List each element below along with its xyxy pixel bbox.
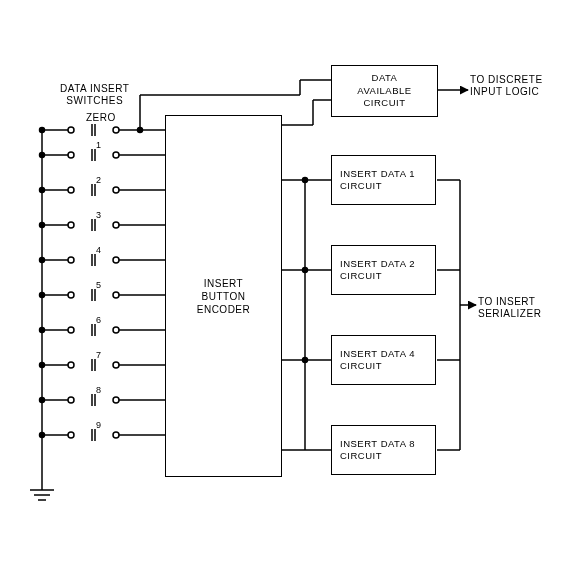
- svg-point-16: [68, 152, 74, 158]
- svg-point-40: [113, 257, 119, 263]
- svg-point-33: [113, 222, 119, 228]
- svg-point-7: [68, 127, 74, 133]
- svg-point-58: [68, 362, 74, 368]
- svg-point-44: [68, 292, 74, 298]
- svg-point-61: [113, 362, 119, 368]
- svg-point-91: [303, 358, 308, 363]
- svg-point-72: [68, 432, 74, 438]
- svg-point-65: [68, 397, 74, 403]
- svg-point-90: [303, 268, 308, 273]
- wiring-svg: [0, 0, 571, 571]
- svg-point-54: [113, 327, 119, 333]
- svg-point-30: [68, 222, 74, 228]
- svg-point-68: [113, 397, 119, 403]
- svg-point-47: [113, 292, 119, 298]
- svg-point-75: [113, 432, 119, 438]
- svg-point-26: [113, 187, 119, 193]
- svg-point-19: [113, 152, 119, 158]
- svg-point-37: [68, 257, 74, 263]
- svg-point-89: [303, 178, 308, 183]
- svg-point-23: [68, 187, 74, 193]
- svg-point-10: [113, 127, 119, 133]
- svg-point-51: [68, 327, 74, 333]
